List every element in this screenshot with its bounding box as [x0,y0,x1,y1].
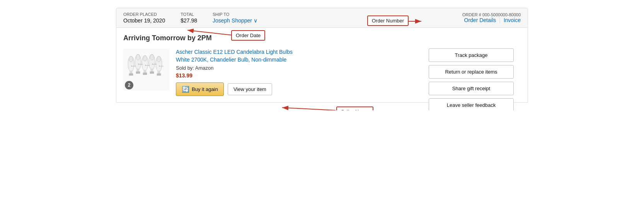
total-value: $27.98 [181,17,197,24]
divider: | [499,17,501,23]
item-quantity-badge: 2 [125,81,133,89]
item-image-wrap: Ascher Ascher Ascher Ascher Ascher 2 [123,48,170,91]
item-row: Ascher Ascher Ascher Ascher Ascher 2 Asc… [123,48,521,96]
svg-point-7 [136,55,140,60]
svg-point-3 [129,57,133,62]
ship-to-section: SHIP TO Joseph Shopper ∨ [213,12,257,24]
item-title-line1: Ascher Classic E12 LED Candelabra Light … [176,49,293,55]
svg-text:Ascher: Ascher [138,63,143,65]
item-title-line2: White 2700K, Chandelier Bulb, Non-dimmab… [176,57,286,63]
svg-text:Ascher: Ascher [159,65,164,67]
ship-to-dropdown[interactable]: Joseph Shopper ∨ [213,17,257,24]
track-package-button[interactable]: Track package [429,48,514,62]
svg-rect-6 [136,72,140,74]
order-details-link[interactable]: Order Details [464,17,496,23]
right-actions: Track package Return or replace items Sh… [429,48,514,110]
ship-to-name: Joseph Shopper [213,17,252,24]
order-header: ORDER PLACED October 19, 2020 TOTAL $27.… [116,8,528,28]
order-date-value: October 19, 2020 [123,17,165,24]
arriving-title: Arriving Tomorrow by 2PM [123,34,521,42]
svg-rect-2 [129,74,133,75]
total-section: TOTAL $27.98 [181,12,197,24]
svg-rect-14 [150,72,154,74]
buy-again-button[interactable]: 🔄 Buy it again [176,82,224,96]
svg-text:Ascher: Ascher [131,65,136,67]
order-number-label: ORDER # 000-5000000-80000 [462,12,521,17]
svg-rect-10 [143,73,147,75]
total-label: TOTAL [181,12,197,17]
share-gift-receipt-button[interactable]: Share gift receipt [429,82,514,95]
order-card: ORDER PLACED October 19, 2020 TOTAL $27.… [116,8,528,103]
order-placed-label: ORDER PLACED [123,12,165,17]
buy-again-label: Buy it again [192,86,218,92]
order-body: Arriving Tomorrow by 2PM [116,28,528,103]
svg-text:Ascher: Ascher [152,63,157,65]
ship-to-label: SHIP TO [213,12,257,17]
svg-point-15 [150,55,154,60]
order-number-section: ORDER # 000-5000000-80000 Order Details … [462,12,521,23]
order-links: Order Details | Invoice [464,17,521,23]
svg-rect-18 [157,74,161,75]
refresh-icon: 🔄 [182,86,189,93]
svg-point-11 [143,56,147,61]
invoice-link[interactable]: Invoice [504,17,521,23]
svg-text:Ascher: Ascher [145,64,150,66]
return-replace-button[interactable]: Return or replace items [429,65,514,79]
order-placed-section: ORDER PLACED October 19, 2020 [123,12,165,24]
view-item-button[interactable]: View your item [228,83,272,95]
annotation-seller-name: Seller Name [336,106,373,110]
leave-seller-feedback-button[interactable]: Leave seller feedback [429,98,514,110]
chevron-down-icon: ∨ [254,17,257,24]
svg-point-19 [157,57,161,62]
svg-line-30 [282,108,336,110]
